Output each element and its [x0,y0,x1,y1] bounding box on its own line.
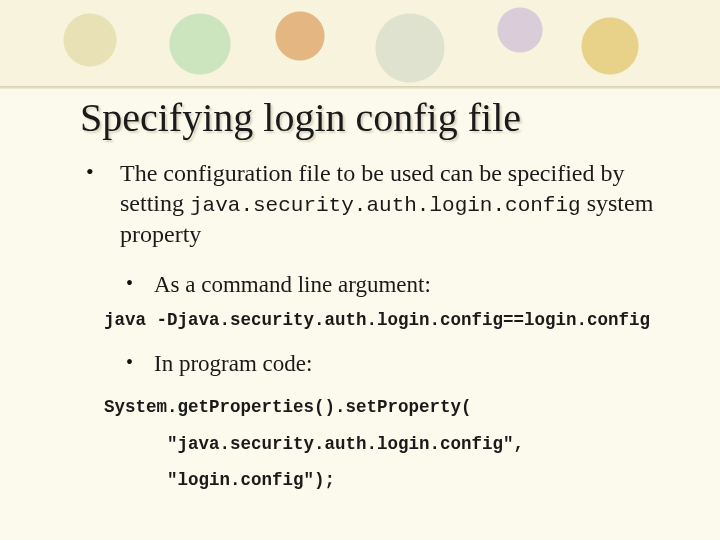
code-line-cli: java -Djava.security.auth.login.config==… [104,310,660,330]
bullet-level1: The configuration file to be used can be… [80,158,660,249]
sub2-label: In program code: [154,351,312,376]
bullet1-code-inline: java.security.auth.login.config [190,194,581,217]
code-block-program: System.getProperties().setProperty( "jav… [104,389,660,499]
bullet-level2: In program code: [80,350,660,379]
decorative-leaf-band [0,0,720,86]
slide-content: Specifying login config file The configu… [80,96,660,499]
slide: Specifying login config file The configu… [0,0,720,540]
sub1-label: As a command line argument: [154,272,431,297]
slide-title: Specifying login config file [80,96,660,140]
decorative-rule [0,86,720,89]
bullet-level2: As a command line argument: [80,271,660,300]
